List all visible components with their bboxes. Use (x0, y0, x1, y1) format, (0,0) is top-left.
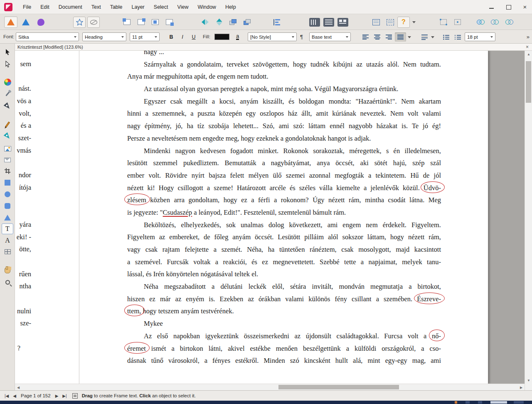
flip-vertical-button[interactable] (213, 17, 225, 28)
insert-outside-button[interactable] (163, 17, 175, 28)
pages-list-icon[interactable] (72, 393, 78, 399)
align-justify-button[interactable] (395, 32, 406, 42)
zoom-tool[interactable] (2, 277, 13, 288)
scroll-left-button[interactable]: ◀ (15, 384, 22, 391)
vertical-scroll-thumb[interactable] (526, 61, 531, 103)
taskbar-tray-icon[interactable] (478, 401, 482, 404)
snapping-button[interactable] (437, 17, 450, 28)
spacing-dropdown-button[interactable] (430, 32, 435, 43)
oval-slash-button[interactable] (87, 17, 100, 28)
view-tool[interactable] (2, 265, 13, 276)
ellipse-tool[interactable] (2, 189, 13, 200)
align-objects-button[interactable] (271, 17, 283, 28)
scroll-up-button[interactable]: ▲ (525, 51, 532, 57)
taskbar-tray-icon[interactable] (514, 401, 524, 404)
table-tool[interactable] (2, 246, 13, 257)
menu-layer[interactable]: Layer (127, 0, 149, 14)
italic-button[interactable]: I (177, 32, 187, 41)
red-ellipse-annotation[interactable]: ttem, (127, 307, 141, 315)
insert-behind-button[interactable] (121, 17, 133, 28)
bold-button[interactable]: B (166, 32, 176, 41)
move-to-front-button[interactable] (227, 17, 239, 28)
baseline-grid-button[interactable] (384, 17, 397, 28)
minimize-button[interactable] (489, 5, 495, 10)
move-tool[interactable] (2, 47, 13, 57)
menu-document[interactable]: Document (54, 0, 87, 14)
alignment-dropdown-button[interactable] (407, 32, 412, 43)
taskbar-tray-icon[interactable] (466, 401, 470, 404)
vertical-scrollbar[interactable]: ▲ ▼ (525, 51, 532, 390)
flip-horizontal-button[interactable] (199, 17, 211, 28)
last-page-button[interactable]: ▶| (60, 394, 69, 398)
character-style-select[interactable]: [No Style] (248, 32, 297, 41)
menu-edit[interactable]: Edit (36, 0, 54, 14)
red-ellipse-annotation[interactable]: éremet (127, 345, 146, 352)
pilcrow-toggle[interactable]: ¶ (300, 34, 303, 40)
leading-select[interactable]: 18 pt (465, 32, 495, 41)
red-underline-annotation[interactable]: Csudaszép (163, 208, 192, 216)
underline-button[interactable]: U (189, 32, 199, 41)
menu-view[interactable]: View (173, 0, 193, 14)
red-ellipse-annotation[interactable]: Üdvö- (424, 184, 441, 192)
frame-text-tool[interactable]: T (2, 223, 13, 234)
hyphenation-help-button[interactable]: ? (397, 17, 410, 28)
star-button[interactable] (73, 17, 86, 28)
align-left-button[interactable] (360, 32, 371, 42)
taskbar-clock-area[interactable] (490, 401, 507, 404)
scroll-right-button[interactable]: ▶ (518, 384, 525, 391)
font-family-select[interactable]: Sitka (16, 32, 79, 41)
toolbar-overflow-button[interactable]: » (527, 34, 530, 40)
vector-crop-tool[interactable] (2, 166, 13, 176)
move-to-back-button[interactable] (241, 17, 254, 28)
underline-color-button[interactable]: a (236, 33, 239, 40)
first-page-button[interactable]: |◀ (2, 394, 11, 398)
rectangle-tool[interactable] (2, 177, 13, 188)
vector-brush-tool[interactable] (2, 131, 13, 141)
red-ellipse-annotation[interactable]: nő- (432, 332, 441, 340)
taskbar-tray-icon[interactable] (455, 401, 457, 404)
maximize-button[interactable] (505, 5, 511, 10)
windows-taskbar[interactable] (0, 401, 532, 404)
pencil-tool[interactable] (2, 119, 13, 130)
align-right-button[interactable] (383, 32, 394, 42)
text-style-select[interactable]: Heading (82, 32, 126, 41)
document-canvas[interactable]: semnást.vös avolt,és aszet-vmásndorítója… (15, 51, 525, 384)
left-page[interactable]: semnást.vös avolt,és aszet-vmásndorítója… (15, 51, 79, 384)
tab-close-icon[interactable]: × (526, 44, 529, 50)
help-dropdown-button[interactable] (411, 17, 416, 28)
preview-mode-button[interactable] (475, 17, 487, 28)
transparent-background-button[interactable] (503, 17, 515, 28)
red-ellipse-annotation[interactable]: Észreve- (417, 295, 441, 303)
text-frame-options-button[interactable] (370, 17, 382, 28)
pen-tool[interactable] (2, 101, 13, 112)
colour-picker-tool[interactable] (2, 77, 13, 87)
horizontal-scrollbar[interactable]: ◀ ▶ (15, 384, 525, 390)
rounded-rectangle-tool[interactable] (2, 201, 13, 211)
right-page[interactable]: nagy ...Szárnyaltak a gondolataim, terve… (79, 51, 488, 384)
next-page-button[interactable]: ▶ (53, 394, 61, 398)
designer-persona-button[interactable] (19, 16, 32, 28)
paragraph-style-select[interactable]: Base text (309, 32, 351, 41)
artistic-text-tool[interactable]: A (2, 235, 13, 246)
transform-origin-button[interactable] (451, 17, 464, 28)
close-window-button[interactable]: × (522, 5, 528, 10)
envelope-tool[interactable] (2, 154, 13, 165)
panel-columns-button[interactable] (308, 17, 321, 28)
insert-front-button[interactable] (135, 17, 147, 28)
numbered-list-button[interactable] (452, 32, 463, 42)
picture-frame-tool[interactable] (2, 143, 13, 154)
clip-to-canvas-button[interactable] (489, 17, 501, 28)
menu-help[interactable]: Help (221, 0, 241, 14)
menu-text[interactable]: Text (87, 0, 106, 14)
text-flow[interactable]: nagy ...Szárnyaltak a gondolataim, terve… (127, 51, 441, 367)
align-center-button[interactable] (372, 32, 383, 42)
scroll-down-button[interactable]: ▼ (525, 377, 532, 384)
photo-persona-button[interactable] (34, 16, 47, 28)
menu-select[interactable]: Select (149, 0, 173, 14)
font-size-select[interactable]: 11 pt (130, 32, 160, 41)
paragraph-spacing-button[interactable] (419, 32, 430, 42)
triangle-tool[interactable] (2, 212, 13, 223)
menu-window[interactable]: Window (193, 0, 220, 14)
menu-file[interactable]: File (18, 0, 36, 14)
publisher-persona-button[interactable] (4, 16, 17, 28)
